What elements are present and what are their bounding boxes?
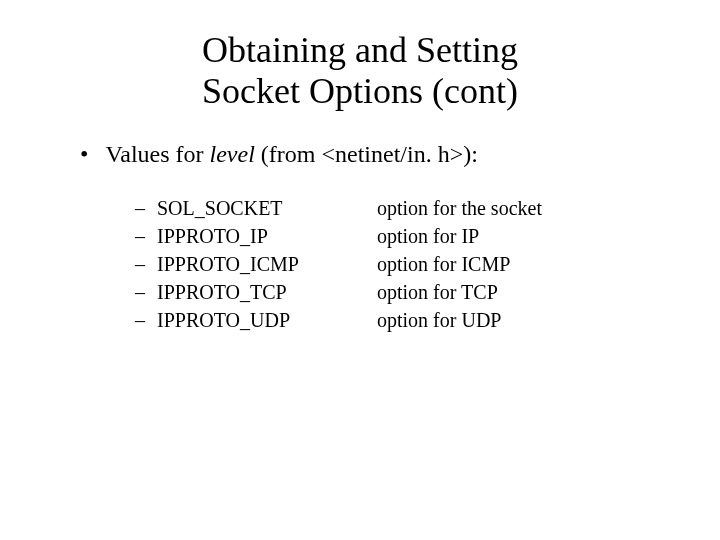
main-bullet-italic: level (210, 141, 255, 167)
slide: Obtaining and Setting Socket Options (co… (0, 0, 720, 540)
slide-title: Obtaining and Setting Socket Options (co… (60, 30, 660, 113)
sub-list: – SOL_SOCKET option for the socket – IPP… (135, 194, 660, 334)
item-desc: option for IP (377, 222, 660, 250)
dash-icon: – (135, 306, 157, 334)
item-label: IPPROTO_UDP (157, 306, 377, 334)
title-line-2: Socket Options (cont) (202, 71, 518, 111)
item-desc: option for the socket (377, 194, 660, 222)
main-bullet: • Values for level (from <netinet/in. h>… (80, 141, 660, 168)
list-item: – IPPROTO_IP option for IP (135, 222, 660, 250)
dash-icon: – (135, 194, 157, 222)
list-item: – SOL_SOCKET option for the socket (135, 194, 660, 222)
bullet-dot-icon: • (80, 141, 100, 168)
list-item: – IPPROTO_TCP option for TCP (135, 278, 660, 306)
dash-icon: – (135, 222, 157, 250)
list-item: – IPPROTO_UDP option for UDP (135, 306, 660, 334)
title-line-1: Obtaining and Setting (202, 30, 518, 70)
main-bullet-prefix: Values for (106, 141, 210, 167)
dash-icon: – (135, 250, 157, 278)
item-label: SOL_SOCKET (157, 194, 377, 222)
item-label: IPPROTO_TCP (157, 278, 377, 306)
item-label: IPPROTO_ICMP (157, 250, 377, 278)
main-bullet-suffix: (from <netinet/in. h>): (255, 141, 478, 167)
item-desc: option for UDP (377, 306, 660, 334)
item-label: IPPROTO_IP (157, 222, 377, 250)
list-item: – IPPROTO_ICMP option for ICMP (135, 250, 660, 278)
item-desc: option for TCP (377, 278, 660, 306)
item-desc: option for ICMP (377, 250, 660, 278)
dash-icon: – (135, 278, 157, 306)
